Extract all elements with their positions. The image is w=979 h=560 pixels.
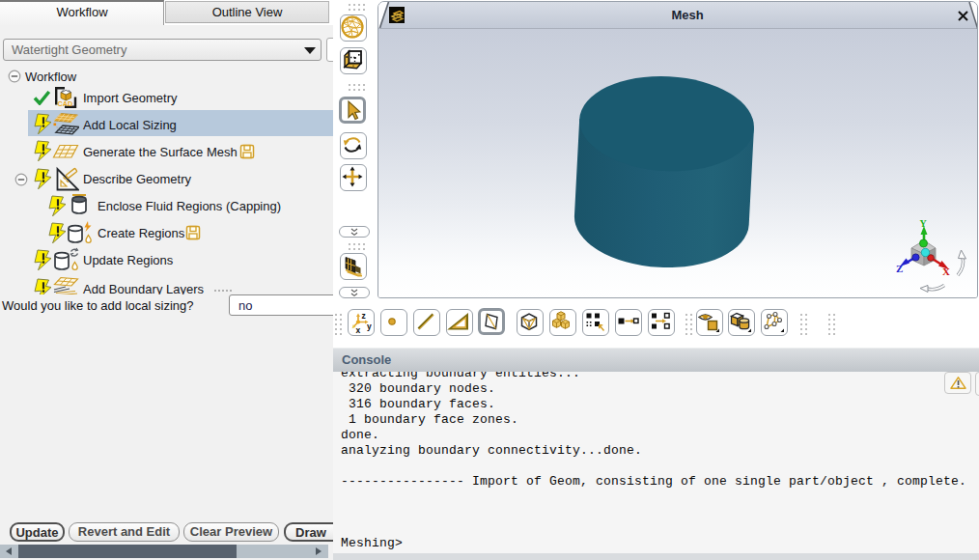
- svg-text:y: y: [367, 322, 372, 331]
- svg-text:X: X: [942, 266, 950, 277]
- svg-text:Y: Y: [920, 218, 928, 229]
- svg-text:x: x: [356, 325, 361, 334]
- svg-text:CAD: CAD: [58, 99, 73, 108]
- svg-text:z: z: [362, 311, 366, 321]
- svg-text:Z: Z: [896, 263, 903, 274]
